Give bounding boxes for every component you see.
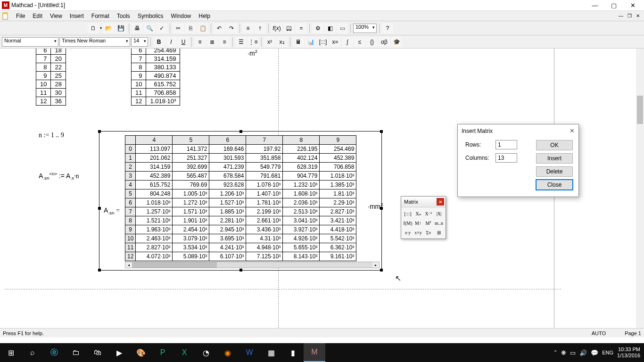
tray-app-icon[interactable]: ❋ bbox=[561, 349, 566, 356]
open-button[interactable]: 📂 bbox=[103, 23, 114, 33]
dialog-close-button[interactable]: ✕ bbox=[570, 127, 575, 134]
pal-vectorize-icon[interactable]: f(M) bbox=[403, 219, 413, 227]
tray-volume-icon[interactable]: 🔊 bbox=[579, 349, 587, 356]
matrix-palette[interactable]: Matrix ✕ [:::] Xₙ X⁻¹ |X| f(M) M↑ Mᵀ m..… bbox=[401, 196, 446, 239]
menu-insert[interactable]: Insert bbox=[66, 12, 88, 20]
menu-tools[interactable]: Tools bbox=[113, 12, 134, 20]
pal-picture-icon[interactable]: ⊞ bbox=[434, 228, 444, 237]
component-button[interactable]: ⚙ bbox=[312, 23, 323, 33]
print-button[interactable]: 🖶 bbox=[132, 23, 143, 33]
matrix-table[interactable]: 456789 0113.097141.372169.646197.92226.1… bbox=[125, 135, 356, 261]
scroll-thumb[interactable] bbox=[132, 262, 217, 268]
scroll-left-icon[interactable]: ◂ bbox=[125, 262, 132, 268]
search-icon[interactable]: ⌕ bbox=[22, 343, 43, 362]
preview-button[interactable]: 🔍 bbox=[144, 23, 155, 33]
firefox-icon[interactable]: ◉ bbox=[217, 343, 239, 362]
left-align-button[interactable]: ≡ bbox=[194, 37, 206, 47]
table-mid[interactable]: 6254.469 7314.159 8380.133 9490.874 1061… bbox=[131, 49, 180, 106]
maximize-button[interactable]: ▢ bbox=[604, 0, 623, 10]
mdi-close-button[interactable]: ✕ bbox=[634, 12, 642, 20]
copy-button[interactable]: ⎘ bbox=[185, 23, 196, 33]
style-select[interactable]: Normal bbox=[2, 37, 58, 47]
paste-button[interactable]: 📋 bbox=[197, 23, 208, 33]
menu-help[interactable]: Help bbox=[195, 12, 214, 20]
redo-button[interactable]: ↷ bbox=[226, 23, 237, 33]
pal-determinant-icon[interactable]: |X| bbox=[434, 209, 444, 218]
mathcad-task-icon[interactable]: M bbox=[304, 343, 325, 362]
pal-dot-icon[interactable]: x·y bbox=[403, 228, 413, 237]
paint-icon[interactable]: 🎨 bbox=[130, 343, 152, 362]
pal-inverse-icon[interactable]: X⁻¹ bbox=[424, 209, 433, 218]
close-button[interactable]: ✕ bbox=[623, 0, 642, 10]
excel-icon[interactable]: X bbox=[173, 343, 195, 362]
pal-transpose-icon[interactable]: Mᵀ bbox=[424, 219, 433, 227]
size-select[interactable]: 14 bbox=[131, 37, 148, 47]
ok-button[interactable]: OK bbox=[536, 140, 573, 150]
pal-range-icon[interactable]: m..n bbox=[434, 219, 444, 227]
undo-button[interactable]: ↶ bbox=[214, 23, 225, 33]
media-icon[interactable]: ▶ bbox=[108, 343, 130, 362]
programming-palette-icon[interactable]: {} bbox=[366, 37, 378, 47]
save-button[interactable]: 💾 bbox=[115, 23, 126, 33]
boolean-palette-icon[interactable]: ≤ bbox=[354, 37, 365, 47]
numbers-button[interactable]: ⋮≡ bbox=[248, 37, 259, 47]
palette-close-button[interactable]: ✕ bbox=[437, 198, 444, 206]
evaluate-palette-icon[interactable]: x= bbox=[330, 37, 341, 47]
menu-edit[interactable]: Edit bbox=[29, 12, 46, 20]
bold-button[interactable]: B bbox=[153, 37, 165, 47]
scroll-right-icon[interactable]: ▸ bbox=[372, 262, 379, 268]
function-button[interactable]: f(x) bbox=[271, 23, 282, 33]
tray-chevron-icon[interactable]: ˄ bbox=[554, 349, 557, 356]
tray-clock[interactable]: 10:33 PM 1/13/2016 bbox=[617, 346, 640, 359]
word-icon[interactable]: W bbox=[239, 343, 260, 362]
menu-file[interactable]: File bbox=[12, 12, 29, 20]
graph-palette-icon[interactable]: 📊 bbox=[305, 37, 316, 47]
unit-button[interactable]: 🕮 bbox=[283, 23, 295, 33]
align2-button[interactable]: ⫯ bbox=[255, 23, 266, 33]
menu-view[interactable]: View bbox=[46, 12, 66, 20]
align-button[interactable]: ≡ bbox=[242, 23, 254, 33]
new-button[interactable]: 🗋 bbox=[88, 23, 99, 33]
columns-input[interactable] bbox=[495, 153, 517, 163]
symbolic-palette-icon[interactable]: 🎓 bbox=[391, 37, 402, 47]
workspace[interactable]: 618 720 822 925 1028 1130 1236 6254.469 … bbox=[0, 49, 644, 328]
insert-matrix-dialog[interactable]: Insert Matrix ✕ Rows: Columns: OK Insert… bbox=[457, 124, 579, 197]
pal-sum-icon[interactable]: Σv bbox=[424, 228, 433, 237]
calc-button[interactable]: = bbox=[296, 23, 307, 33]
spell-button[interactable]: ✓ bbox=[156, 23, 167, 33]
rows-input[interactable] bbox=[495, 140, 517, 149]
edge-icon[interactable]: ⓔ bbox=[43, 343, 65, 362]
tray-battery-icon[interactable]: ▭ bbox=[570, 349, 576, 356]
insert-button[interactable]: Insert bbox=[536, 153, 573, 164]
underline-button[interactable]: U bbox=[178, 37, 189, 47]
superscript-button[interactable]: x² bbox=[264, 37, 275, 47]
right-align-button[interactable]: ≡ bbox=[219, 37, 230, 47]
app1-icon[interactable]: ◔ bbox=[195, 343, 217, 362]
app3-icon[interactable]: ▮ bbox=[282, 343, 304, 362]
tray-lang[interactable]: ENG bbox=[602, 350, 613, 355]
calculator-palette-icon[interactable]: 🖩 bbox=[293, 37, 304, 47]
close-dialog-button[interactable]: Close bbox=[536, 180, 573, 190]
italic-button[interactable]: I bbox=[165, 37, 177, 47]
subscript-button[interactable]: x₂ bbox=[276, 37, 288, 47]
vertical-scrollbar[interactable] bbox=[636, 49, 644, 328]
region-button[interactable]: ◧ bbox=[324, 23, 336, 33]
pal-matrix-icon[interactable]: [:::] bbox=[403, 209, 413, 218]
table-left[interactable]: 618 720 822 925 1028 1130 1236 bbox=[36, 49, 66, 106]
asn-definition[interactable]: A.sn<n> := A.s·n bbox=[39, 171, 79, 181]
font-select[interactable]: Times New Roman bbox=[59, 37, 130, 47]
delete-button[interactable]: Delete bbox=[536, 166, 573, 177]
matrix-result-region[interactable]: 456789 0113.097141.372169.646197.92226.1… bbox=[99, 131, 382, 271]
mdi-restore-button[interactable]: ❐ bbox=[625, 12, 634, 20]
system-tray[interactable]: ˄ ❋ ▭ 🔊 💬 ENG 10:33 PM 1/13/2016 bbox=[554, 346, 644, 359]
menu-symbolics[interactable]: Symbolics bbox=[134, 12, 167, 20]
calculus-palette-icon[interactable]: ∫ bbox=[342, 37, 353, 47]
region2-button[interactable]: ▭ bbox=[337, 23, 348, 33]
store-icon[interactable]: 🛍 bbox=[87, 343, 108, 362]
app2-icon[interactable]: ▦ bbox=[260, 343, 282, 362]
n-definition[interactable]: n := 1 .. 9 bbox=[39, 132, 64, 139]
pal-column-icon[interactable]: M↑ bbox=[413, 219, 423, 227]
help-button[interactable]: ? bbox=[382, 23, 393, 33]
explorer-icon[interactable]: 🗀 bbox=[65, 343, 87, 362]
pal-subscript-icon[interactable]: Xₙ bbox=[413, 209, 423, 218]
